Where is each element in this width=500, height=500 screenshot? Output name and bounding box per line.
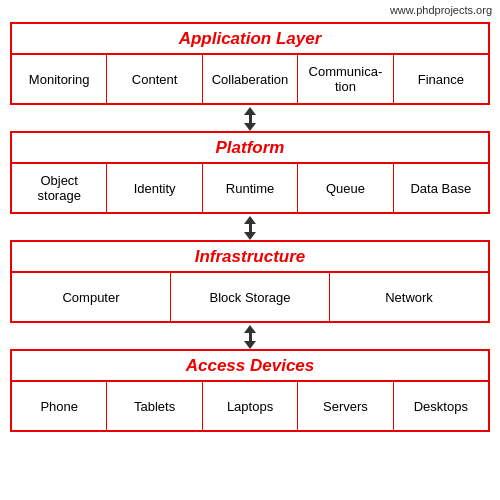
arrow-up-icon-3 bbox=[244, 325, 256, 333]
cell-network: Network bbox=[330, 273, 488, 321]
cell-communication: Communica- tion bbox=[298, 55, 393, 103]
cell-object-storage: Object storage bbox=[12, 164, 107, 212]
diagram: Application Layer Monitoring Content Col… bbox=[0, 18, 500, 438]
cell-phone: Phone bbox=[12, 382, 107, 430]
cell-identity: Identity bbox=[107, 164, 202, 212]
arrow-up-icon-2 bbox=[244, 216, 256, 224]
access-layer-title: Access Devices bbox=[12, 351, 488, 382]
access-layer-cells: Phone Tablets Laptops Servers Desktops bbox=[12, 382, 488, 430]
cell-database: Data Base bbox=[394, 164, 488, 212]
cell-queue: Queue bbox=[298, 164, 393, 212]
access-layer-box: Access Devices Phone Tablets Laptops Ser… bbox=[10, 349, 490, 432]
cell-runtime: Runtime bbox=[203, 164, 298, 212]
arrow-shaft bbox=[249, 115, 252, 123]
cell-content: Content bbox=[107, 55, 202, 103]
application-layer-box: Application Layer Monitoring Content Col… bbox=[10, 22, 490, 105]
arrow-2 bbox=[10, 217, 490, 239]
cell-monitoring: Monitoring bbox=[12, 55, 107, 103]
cell-desktops: Desktops bbox=[394, 382, 488, 430]
platform-layer-title: Platform bbox=[12, 133, 488, 164]
infrastructure-layer-cells: Computer Block Storage Network bbox=[12, 273, 488, 321]
arrow-up-icon bbox=[244, 107, 256, 115]
platform-layer-cells: Object storage Identity Runtime Queue Da… bbox=[12, 164, 488, 212]
application-layer-title: Application Layer bbox=[12, 24, 488, 55]
arrow-down-icon-3 bbox=[244, 341, 256, 349]
arrow-down-icon-2 bbox=[244, 232, 256, 240]
arrow-shaft-3 bbox=[249, 333, 252, 341]
arrow-shaft-2 bbox=[249, 224, 252, 232]
infrastructure-layer-title: Infrastructure bbox=[12, 242, 488, 273]
cell-finance: Finance bbox=[394, 55, 488, 103]
cell-block-storage: Block Storage bbox=[171, 273, 330, 321]
cell-laptops: Laptops bbox=[203, 382, 298, 430]
infrastructure-layer-box: Infrastructure Computer Block Storage Ne… bbox=[10, 240, 490, 323]
watermark: www.phdprojects.org bbox=[0, 0, 500, 18]
application-layer-cells: Monitoring Content Collaberation Communi… bbox=[12, 55, 488, 103]
arrow-3 bbox=[10, 326, 490, 348]
cell-computer: Computer bbox=[12, 273, 171, 321]
cell-tablets: Tablets bbox=[107, 382, 202, 430]
cell-servers: Servers bbox=[298, 382, 393, 430]
platform-layer-box: Platform Object storage Identity Runtime… bbox=[10, 131, 490, 214]
arrow-1 bbox=[10, 108, 490, 130]
cell-collaberation: Collaberation bbox=[203, 55, 298, 103]
arrow-down-icon bbox=[244, 123, 256, 131]
